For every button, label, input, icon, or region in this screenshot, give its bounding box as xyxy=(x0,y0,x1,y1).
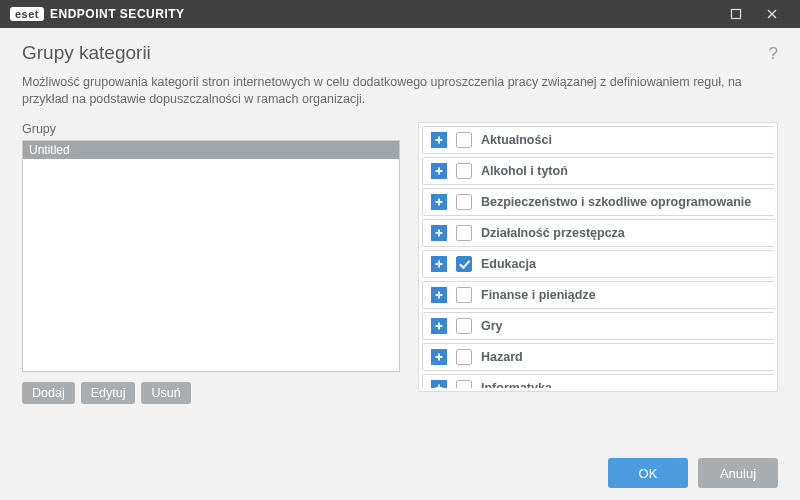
category-checkbox[interactable] xyxy=(456,163,472,179)
expand-icon[interactable] xyxy=(431,256,447,272)
expand-icon[interactable] xyxy=(431,194,447,210)
category-name: Informatyka xyxy=(481,381,552,388)
expand-icon[interactable] xyxy=(431,163,447,179)
category-checkbox[interactable] xyxy=(456,380,472,388)
category-row[interactable]: Bezpieczeństwo i szkodliwe oprogramowani… xyxy=(422,188,774,216)
ok-button[interactable]: OK xyxy=(608,458,688,488)
category-name: Alkohol i tytoń xyxy=(481,164,568,178)
page-description: Możliwość grupowania kategorii stron int… xyxy=(22,74,778,108)
brand-pill: eset xyxy=(10,7,44,21)
page-title: Grupy kategorii xyxy=(22,42,778,64)
categories-list[interactable]: AktualnościAlkohol i tytońBezpieczeństwo… xyxy=(422,126,774,388)
brand-text: ENDPOINT SECURITY xyxy=(50,7,185,21)
category-checkbox[interactable] xyxy=(456,256,472,272)
category-row[interactable]: Hazard xyxy=(422,343,774,371)
brand: eset ENDPOINT SECURITY xyxy=(10,7,185,21)
remove-button[interactable]: Usuń xyxy=(141,382,190,404)
expand-icon[interactable] xyxy=(431,287,447,303)
cancel-button[interactable]: Anuluj xyxy=(698,458,778,488)
group-row[interactable]: Untitled xyxy=(23,141,399,159)
category-row[interactable]: Informatyka xyxy=(422,374,774,388)
category-name: Edukacja xyxy=(481,257,536,271)
groups-listbox[interactable]: Untitled xyxy=(22,140,400,372)
category-checkbox[interactable] xyxy=(456,194,472,210)
svg-rect-0 xyxy=(732,10,741,19)
expand-icon[interactable] xyxy=(431,225,447,241)
category-checkbox[interactable] xyxy=(456,225,472,241)
category-name: Gry xyxy=(481,319,503,333)
footer: OK Anuluj xyxy=(0,446,800,500)
expand-icon[interactable] xyxy=(431,132,447,148)
category-checkbox[interactable] xyxy=(456,287,472,303)
groups-panel: Grupy Untitled Dodaj Edytuj Usuń xyxy=(22,122,400,404)
categories-panel: AktualnościAlkohol i tytońBezpieczeństwo… xyxy=(418,122,778,392)
category-name: Aktualności xyxy=(481,133,552,147)
minimize-icon xyxy=(730,8,742,20)
category-checkbox[interactable] xyxy=(456,132,472,148)
category-name: Działalność przestępcza xyxy=(481,226,625,240)
category-row[interactable]: Edukacja xyxy=(422,250,774,278)
titlebar: eset ENDPOINT SECURITY xyxy=(0,0,800,28)
category-checkbox[interactable] xyxy=(456,349,472,365)
edit-button[interactable]: Edytuj xyxy=(81,382,136,404)
add-button[interactable]: Dodaj xyxy=(22,382,75,404)
category-name: Hazard xyxy=(481,350,523,364)
category-row[interactable]: Alkohol i tytoń xyxy=(422,157,774,185)
expand-icon[interactable] xyxy=(431,349,447,365)
expand-icon[interactable] xyxy=(431,318,447,334)
category-checkbox[interactable] xyxy=(456,318,472,334)
groups-label: Grupy xyxy=(22,122,400,136)
category-row[interactable]: Działalność przestępcza xyxy=(422,219,774,247)
category-row[interactable]: Aktualności xyxy=(422,126,774,154)
close-icon xyxy=(766,8,778,20)
expand-icon[interactable] xyxy=(431,380,447,388)
category-name: Finanse i pieniądze xyxy=(481,288,596,302)
close-button[interactable] xyxy=(754,0,790,28)
category-row[interactable]: Gry xyxy=(422,312,774,340)
help-icon[interactable]: ? xyxy=(769,44,778,64)
category-name: Bezpieczeństwo i szkodliwe oprogramowani… xyxy=(481,195,751,209)
category-row[interactable]: Finanse i pieniądze xyxy=(422,281,774,309)
body: ? Grupy kategorii Możliwość grupowania k… xyxy=(0,28,800,446)
minimize-button[interactable] xyxy=(718,0,754,28)
